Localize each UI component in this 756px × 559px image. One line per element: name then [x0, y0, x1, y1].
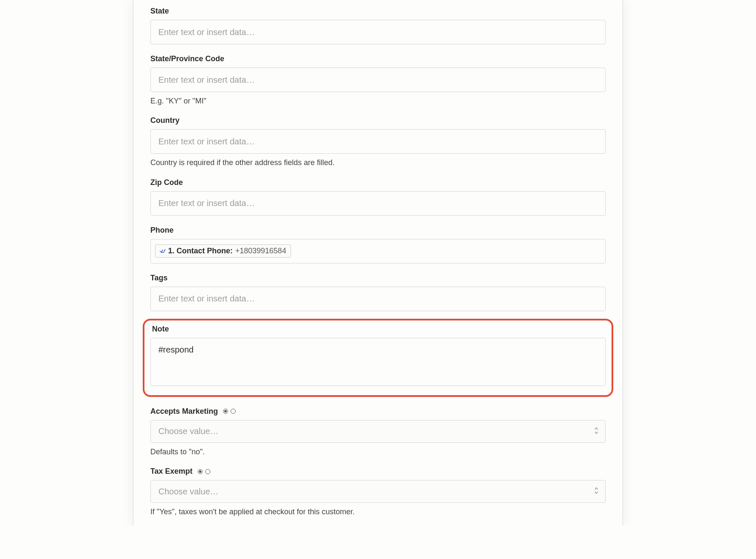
phone-data-pill[interactable]: 1. Contact Phone: +18039916584	[155, 244, 291, 258]
field-accepts-marketing: Accepts Marketing Choose value… Defaults…	[150, 407, 606, 457]
label-note: Note	[152, 325, 606, 334]
note-input[interactable]	[150, 338, 606, 386]
note-highlight: Note	[143, 319, 613, 397]
label-state-code: State/Province Code	[150, 54, 606, 63]
helper-country: Country is required if the other address…	[150, 158, 606, 168]
field-tax-exempt: Tax Exempt Choose value… If "Yes", taxes…	[150, 467, 606, 517]
label-phone: Phone	[150, 226, 606, 235]
field-country: Country Country is required if the other…	[150, 116, 606, 168]
phone-input[interactable]: 1. Contact Phone: +18039916584	[150, 239, 606, 263]
accepts-marketing-radio-group	[223, 409, 236, 414]
zip-input[interactable]	[150, 191, 606, 216]
helper-tax-exempt: If "Yes", taxes won't be applied at chec…	[150, 507, 606, 517]
country-input[interactable]	[150, 129, 606, 154]
data-token-icon	[160, 249, 166, 254]
field-phone: Phone 1. Contact Phone: +18039916584	[150, 226, 606, 263]
tax-exempt-select[interactable]: Choose value…	[150, 480, 606, 503]
phone-pill-label: 1. Contact Phone:	[168, 247, 233, 255]
accepts-marketing-select-placeholder: Choose value…	[158, 426, 218, 436]
label-accepts-marketing-text: Accepts Marketing	[150, 407, 218, 416]
helper-state-code: E.g. "KY" or "MI"	[150, 96, 606, 106]
field-state-code: State/Province Code E.g. "KY" or "MI"	[150, 54, 606, 106]
state-code-input[interactable]	[150, 68, 606, 92]
tax-exempt-radio-group	[198, 469, 210, 474]
form-panel: State State/Province Code E.g. "KY" or "…	[133, 0, 623, 526]
label-country: Country	[150, 116, 606, 125]
tax-exempt-select-wrap: Choose value…	[150, 480, 606, 503]
field-zip: Zip Code	[150, 178, 606, 216]
radio-selected-icon[interactable]	[223, 409, 228, 414]
phone-pill-value: +18039916584	[235, 247, 286, 255]
label-state: State	[150, 7, 606, 16]
radio-unselected-icon[interactable]	[231, 409, 236, 414]
radio-selected-icon[interactable]	[198, 469, 203, 474]
tags-input[interactable]	[150, 287, 606, 311]
tax-exempt-select-placeholder: Choose value…	[158, 487, 218, 497]
label-zip: Zip Code	[150, 178, 606, 187]
helper-accepts-marketing: Defaults to "no".	[150, 447, 606, 457]
field-tags: Tags	[150, 274, 606, 311]
label-accepts-marketing: Accepts Marketing	[150, 407, 606, 416]
label-tags: Tags	[150, 274, 606, 282]
field-state: State	[150, 0, 606, 44]
accepts-marketing-select[interactable]: Choose value…	[150, 420, 606, 443]
accepts-marketing-select-wrap: Choose value…	[150, 420, 606, 443]
state-input[interactable]	[150, 20, 606, 44]
radio-unselected-icon[interactable]	[205, 469, 210, 474]
label-tax-exempt-text: Tax Exempt	[150, 467, 193, 476]
label-tax-exempt: Tax Exempt	[150, 467, 606, 476]
